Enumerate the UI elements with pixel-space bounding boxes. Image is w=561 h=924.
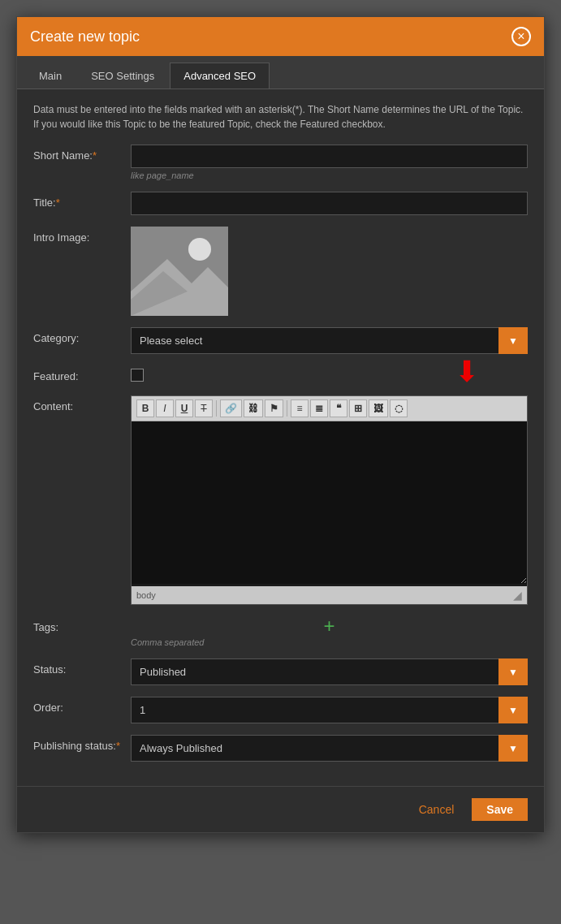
tags-label: Tags: — [33, 616, 131, 633]
intro-image-row: Intro Image: — [33, 227, 528, 316]
toolbar-separator-2 — [287, 400, 287, 417]
category-label: Category: — [33, 327, 131, 344]
tags-hint: Comma separated — [131, 637, 528, 647]
svg-point-1 — [188, 238, 211, 261]
red-down-arrow-icon: ⬇ — [455, 357, 479, 386]
short-name-row: Short Name:* like page_name — [33, 145, 528, 180]
modal-title: Create new topic — [30, 28, 140, 45]
intro-image-label: Intro Image: — [33, 227, 131, 244]
add-tag-button[interactable]: + — [131, 616, 528, 636]
title-row: Title:* — [33, 192, 528, 215]
order-label: Order: — [33, 697, 131, 714]
tab-main[interactable]: Main — [25, 63, 76, 89]
blockquote-button[interactable]: ❝ — [330, 399, 347, 417]
editor-wrapper: B I U T 🔗 ⛓ ⚑ ≡ ≣ ❝ ⊞ 🖼 ◌ — [131, 395, 528, 605]
media-button[interactable]: ◌ — [390, 399, 408, 417]
publishing-status-label: Publishing status:* — [33, 735, 131, 752]
publishing-status-select-wrapper: Always Published ▼ — [131, 735, 528, 762]
content-row: Content: B I U T 🔗 ⛓ ⚑ ≡ ≣ — [33, 395, 528, 605]
info-text: Data must be entered into the fields mar… — [33, 102, 528, 132]
image-insert-button[interactable]: 🖼 — [369, 399, 388, 417]
flag-button[interactable]: ⚑ — [265, 399, 283, 417]
intro-image-placeholder[interactable] — [131, 227, 228, 316]
modal-body: Data must be entered into the fields mar… — [17, 89, 544, 786]
tab-seo-settings[interactable]: SEO Settings — [77, 63, 168, 89]
status-control: Published ▼ — [131, 658, 528, 685]
publishing-status-control: Always Published ▼ — [131, 735, 528, 762]
create-topic-modal: Create new topic × Main SEO Settings Adv… — [16, 16, 545, 833]
featured-label: Featured: — [33, 365, 131, 382]
title-input[interactable] — [131, 192, 528, 215]
modal-footer: Cancel Save — [17, 786, 544, 832]
publishing-status-select[interactable]: Always Published — [131, 735, 528, 762]
link-button[interactable]: 🔗 — [220, 399, 242, 417]
order-control: 1 ▼ — [131, 697, 528, 723]
italic-button[interactable]: I — [156, 399, 174, 417]
strikethrough-button[interactable]: T — [195, 399, 213, 417]
content-editor[interactable] — [132, 421, 527, 584]
category-control: Please select ▼ — [131, 327, 528, 354]
unlink-button[interactable]: ⛓ — [244, 399, 263, 417]
status-label: Status: — [33, 658, 131, 676]
order-select-wrapper: 1 ▼ — [131, 697, 528, 723]
category-row: Category: Please select ▼ — [33, 327, 528, 354]
cancel-button[interactable]: Cancel — [409, 798, 464, 821]
publishing-status-row: Publishing status:* Always Published ▼ — [33, 735, 528, 762]
underline-button[interactable]: U — [175, 399, 193, 417]
category-select-wrapper: Please select ▼ — [131, 327, 528, 354]
tags-control: + Comma separated — [131, 616, 528, 647]
tags-row: Tags: + Comma separated — [33, 616, 528, 647]
order-select[interactable]: 1 — [131, 697, 528, 723]
unordered-list-button[interactable]: ≣ — [310, 399, 328, 417]
short-name-hint: like page_name — [131, 171, 528, 180]
title-control — [131, 192, 528, 215]
bold-button[interactable]: B — [136, 399, 154, 417]
featured-row: Featured: ⬇ — [33, 365, 528, 384]
save-button[interactable]: Save — [472, 798, 528, 821]
ordered-list-button[interactable]: ≡ — [291, 399, 309, 417]
short-name-input[interactable] — [131, 145, 528, 168]
resize-handle-icon: ◢ — [513, 589, 522, 602]
modal-header: Create new topic × — [17, 17, 544, 56]
toolbar-separator-1 — [216, 400, 217, 417]
editor-tag-label: body — [136, 590, 156, 600]
status-select[interactable]: Published — [131, 658, 528, 685]
status-select-wrapper: Published ▼ — [131, 658, 528, 685]
arrow-indicator: ⬇ — [455, 357, 479, 386]
featured-checkbox[interactable] — [131, 369, 144, 382]
editor-footer: body ◢ — [132, 586, 527, 604]
table-button[interactable]: ⊞ — [349, 399, 367, 417]
close-button[interactable]: × — [511, 27, 531, 46]
tabs-bar: Main SEO Settings Advanced SEO — [17, 56, 544, 89]
short-name-label: Short Name:* — [33, 145, 131, 162]
content-control: B I U T 🔗 ⛓ ⚑ ≡ ≣ ❝ ⊞ 🖼 ◌ — [131, 395, 528, 605]
intro-image-control — [131, 227, 528, 316]
short-name-control: like page_name — [131, 145, 528, 180]
editor-toolbar: B I U T 🔗 ⛓ ⚑ ≡ ≣ ❝ ⊞ 🖼 ◌ — [132, 396, 527, 421]
tab-advanced-seo[interactable]: Advanced SEO — [170, 63, 270, 89]
content-label: Content: — [33, 395, 131, 412]
order-row: Order: 1 ▼ — [33, 697, 528, 723]
status-row: Status: Published ▼ — [33, 658, 528, 685]
placeholder-image-svg — [131, 227, 228, 316]
category-select[interactable]: Please select — [131, 327, 528, 354]
title-label: Title:* — [33, 192, 131, 209]
featured-control: ⬇ — [131, 365, 528, 384]
